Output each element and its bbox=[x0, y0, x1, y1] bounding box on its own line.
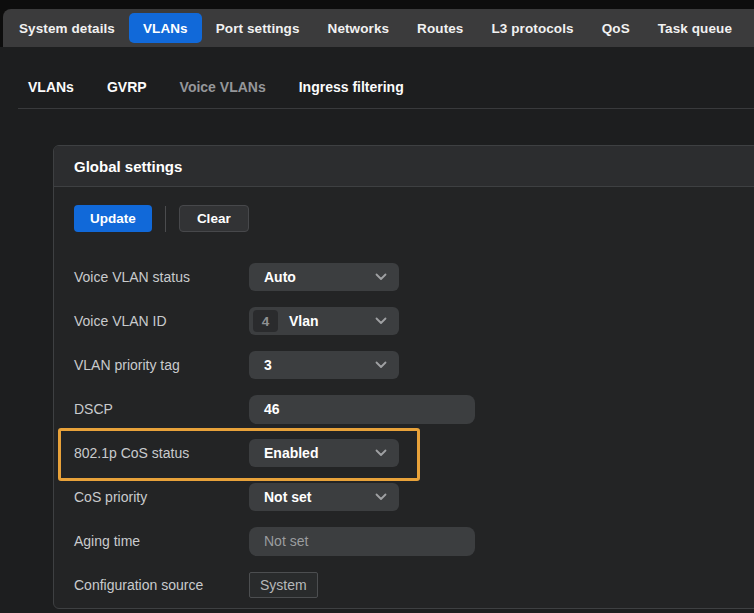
vlan-priority-tag-value: 3 bbox=[264, 357, 272, 373]
tab-networks[interactable]: Networks bbox=[314, 13, 404, 43]
subtab-gvrp[interactable]: GVRP bbox=[107, 79, 147, 95]
tab-routes[interactable]: Routes bbox=[403, 13, 477, 43]
configuration-source-value: System bbox=[249, 572, 318, 598]
subtab-ingress-filtering[interactable]: Ingress filtering bbox=[299, 79, 404, 95]
vlan-priority-tag-select[interactable]: 3 bbox=[249, 351, 399, 379]
clear-button[interactable]: Clear bbox=[179, 205, 249, 232]
chevron-down-icon bbox=[375, 361, 387, 369]
tab-task-queue[interactable]: Task queue bbox=[644, 13, 746, 43]
aging-time-label: Aging time bbox=[74, 533, 249, 549]
tab-port-settings[interactable]: Port settings bbox=[202, 13, 314, 43]
tab-qos[interactable]: QoS bbox=[588, 13, 644, 43]
dscp-input[interactable]: 46 bbox=[249, 395, 475, 424]
cos-priority-label: CoS priority bbox=[74, 489, 249, 505]
chevron-down-icon bbox=[375, 317, 387, 325]
cos-priority-value: Not set bbox=[264, 489, 311, 505]
voice-vlan-id-label: Voice VLAN ID bbox=[74, 313, 249, 329]
subtab-voice-vlans[interactable]: Voice VLANs bbox=[180, 79, 266, 95]
vlan-id-badge: 4 bbox=[253, 310, 278, 332]
chevron-down-icon bbox=[375, 493, 387, 501]
dscp-label: DSCP bbox=[74, 401, 249, 417]
subnav-divider bbox=[18, 108, 754, 109]
row-cos-priority: CoS priority Not set bbox=[74, 483, 744, 511]
chevron-down-icon bbox=[375, 273, 387, 281]
panel-body: Update Clear Voice VLAN status Auto Voic… bbox=[54, 187, 754, 608]
voice-vlan-status-select[interactable]: Auto bbox=[249, 263, 399, 291]
top-navigation-bar: System details VLANs Port settings Netwo… bbox=[3, 9, 754, 47]
aging-time-input[interactable]: Not set bbox=[249, 527, 475, 556]
panel-title: Global settings bbox=[74, 158, 182, 175]
row-aging-time: Aging time Not set bbox=[74, 527, 744, 555]
voice-vlan-id-select[interactable]: 4 Vlan bbox=[249, 307, 399, 335]
tab-vlans[interactable]: VLANs bbox=[129, 13, 202, 43]
row-voice-vlan-status: Voice VLAN status Auto bbox=[74, 263, 744, 291]
row-voice-vlan-id: Voice VLAN ID 4 Vlan bbox=[74, 307, 744, 335]
chevron-down-icon bbox=[375, 449, 387, 457]
button-row: Update Clear bbox=[74, 205, 744, 232]
cos-priority-select[interactable]: Not set bbox=[249, 483, 399, 511]
cos-status-select[interactable]: Enabled bbox=[249, 439, 399, 467]
subtab-vlans[interactable]: VLANs bbox=[28, 79, 74, 95]
cos-status-label: 802.1p CoS status bbox=[74, 445, 249, 461]
row-8021p-cos-status: 802.1p CoS status Enabled bbox=[74, 439, 744, 467]
sub-navigation: VLANs GVRP Voice VLANs Ingress filtering bbox=[0, 47, 754, 95]
row-dscp: DSCP 46 bbox=[74, 395, 744, 423]
tab-l3-protocols[interactable]: L3 protocols bbox=[477, 13, 587, 43]
configuration-source-label: Configuration source bbox=[74, 577, 249, 593]
cos-status-value: Enabled bbox=[264, 445, 318, 461]
voice-vlan-id-value: Vlan bbox=[289, 313, 319, 329]
button-divider bbox=[165, 206, 166, 232]
tab-system-details[interactable]: System details bbox=[5, 13, 129, 43]
vlan-priority-tag-label: VLAN priority tag bbox=[74, 357, 249, 373]
voice-vlan-status-value: Auto bbox=[264, 269, 296, 285]
row-configuration-source: Configuration source System bbox=[74, 571, 744, 599]
page-content: VLANs GVRP Voice VLANs Ingress filtering… bbox=[0, 47, 754, 613]
row-vlan-priority-tag: VLAN priority tag 3 bbox=[74, 351, 744, 379]
update-button[interactable]: Update bbox=[74, 205, 152, 232]
global-settings-panel: Global settings Update Clear Voice VLAN … bbox=[53, 145, 754, 609]
panel-header: Global settings bbox=[54, 146, 754, 187]
voice-vlan-status-label: Voice VLAN status bbox=[74, 269, 249, 285]
